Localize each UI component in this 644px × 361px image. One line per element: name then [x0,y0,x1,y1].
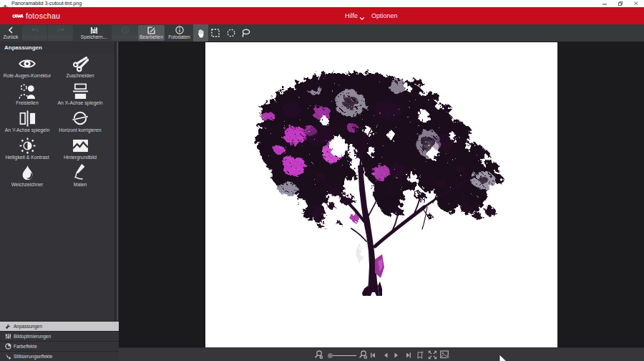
photo-image[interactable] [205,42,557,347]
menu-hilfe[interactable]: Hilfe [345,7,358,24]
sidebar-category-label: Farbeffekte [14,344,37,349]
status-slideshow[interactable] [440,348,451,361]
app-window: Panoramabild 3-cutout-tint.png fotoschau… [0,0,644,361]
menu-optionen[interactable]: Optionen [371,7,398,24]
status-last-image[interactable] [406,348,411,361]
info-circle-icon [175,26,184,34]
stylize-icon [5,353,11,360]
toolbar-button-label: Fotodaten [165,34,193,39]
toolbar-button-label: Rückgängig [22,34,47,39]
sidebar-tool-label: Malen [53,182,107,187]
redo-arrow-icon [57,27,65,33]
back-chevron-icon [7,27,14,34]
sidebar-category-label: Stilisierungseffekte [14,354,52,359]
sidebar-tool-malen[interactable]: Malen [53,164,107,187]
sidebar-tool-rote-augen-korrektur[interactable]: Rote-Augen-Korrektur [0,55,54,78]
sidebar-tool-weichzeichner[interactable]: Weichzeichner [0,164,54,187]
reset-circle-icon [121,26,130,34]
status-prev-image[interactable] [383,348,389,361]
marquee-ellipse-icon [227,29,235,37]
toolbar-button-label: Bearbeiten [138,34,165,39]
sliders-icon [5,333,11,340]
tool-select-lasso[interactable] [238,24,253,42]
status-add-bookmark[interactable] [416,348,424,361]
brand-name: fotoschau [26,11,60,20]
zoom-slider-handle[interactable] [328,353,333,358]
arrow-right-icon [394,352,399,358]
toolbar-button-label: Speichern... [74,34,114,39]
sidebar-tool-label: An X-Achse spiegeln [53,100,107,105]
horizon-icon [72,110,88,126]
toolbar-button-edit[interactable]: Bearbeiten [138,25,165,41]
toolbar-button-redo[interactable]: Wiederholen [48,25,73,41]
magnifier-plus-icon [358,350,368,360]
color-icon [5,343,11,350]
paint-pen-icon [72,163,88,183]
hand-icon [197,29,205,38]
sidebar-category-anpassungen[interactable]: Anpassungen [0,321,119,331]
brand-logo: fotoschau [12,11,60,21]
toolbar-button-photodata[interactable]: Fotodaten [165,25,193,41]
status-toolbar [119,347,644,361]
status-first-image[interactable] [370,348,376,361]
sidebar-tool-label: Zuschneiden [53,73,107,78]
sidebar-tool-freistellen[interactable]: Freistellen [0,82,54,105]
tree-cutout-image [205,42,557,347]
restore-button[interactable] [613,0,628,7]
editor-canvas[interactable] [119,42,644,347]
toolbar-button-label: Wiederholen [48,34,73,39]
lasso-icon [241,29,250,37]
person-cutout-icon [19,84,36,99]
sidebar-scrollbar-thumb[interactable] [117,42,119,321]
tool-select-rect[interactable] [208,24,223,42]
sidebar-tool-hintergrundbild[interactable]: Hintergrundbild [53,137,107,160]
toolbar-button-undo[interactable]: Rückgängig [22,25,47,41]
toolbar-button-save[interactable]: Speichern... [74,25,114,41]
chevron-down-icon[interactable] [360,17,364,20]
sidebar-tool-label: An Y-Achse spiegeln [0,127,54,133]
adjust-icon [5,323,11,329]
status-next-image[interactable] [394,348,399,361]
tool-select-ellipse[interactable] [223,24,238,42]
minimize-button[interactable] [597,0,613,7]
toolbar-button-label: Zurücksetzen [112,34,138,39]
sidebar-category-bildoptimierungen[interactable]: Bildoptimierungen [0,331,119,341]
tool-pan[interactable] [193,24,208,42]
sidebar-category-stilisierungseffekte[interactable]: Stilisierungseffekte [0,351,119,361]
window-title: Panoramabild 3-cutout-tint.png [11,0,82,7]
sidebar-panel: Anpassungen Rote-Augen-Korrektur Zuschne… [0,42,119,361]
sidebar-tool-helligkeit-kontrast[interactable]: Helligkeit & Kontrast [0,137,54,160]
brand-header: fotoschau Hilfe Optionen [0,7,644,24]
toolbar-button-back[interactable]: Zurück [0,25,21,41]
close-button[interactable] [628,0,644,7]
flip-y-icon [19,110,36,127]
mouse-cursor-icon [499,355,507,361]
brightness-contrast-icon [19,138,36,154]
sidebar-tool-label: Freistellen [0,100,54,105]
sidebar-tool-label: Hintergrundbild [53,155,107,160]
toolbar-button-reset[interactable]: Zurücksetzen [112,25,138,41]
sidebar-categories: Anpassungen Bildoptimierungen Farbeffekt… [0,321,119,361]
magnifier-minus-icon [314,350,323,360]
save-disk-icon [90,27,98,34]
toolbar-button-label: Zurück [0,34,21,39]
status-zoom-in[interactable] [358,348,368,361]
sidebar-category-farbeffekte[interactable]: Farbeffekte [0,341,119,351]
arrow-left-icon [383,352,389,358]
skip-start-icon [370,352,376,358]
sidebar-tool-label: Helligkeit & Kontrast [0,155,54,160]
sidebar-category-label: Bildoptimierungen [14,334,51,339]
sidebar-tool-horizont-korrigieren[interactable]: Horizont korrigieren [53,110,107,133]
marquee-rect-icon [211,29,220,37]
sidebar-tool-zuschneiden[interactable]: Zuschneiden [53,55,107,78]
undo-arrow-icon [31,27,39,33]
status-fullscreen[interactable] [428,348,437,361]
status-zoom-out[interactable] [314,348,323,361]
sidebar-tool-label: Horizont korrigieren [53,127,107,133]
zoom-slider-track[interactable] [331,355,356,356]
cewe-script-logo-icon [12,14,24,19]
sidebar-tool-an-x-achse-spiegeln[interactable]: An X-Achse spiegeln [53,82,107,105]
sidebar-tool-label: Rote-Augen-Korrektur [0,73,54,78]
sidebar-tool-an-y-achse-spiegeln[interactable]: An Y-Achse spiegeln [0,110,54,133]
sidebar-tool-label: Weichzeichner [0,182,54,187]
